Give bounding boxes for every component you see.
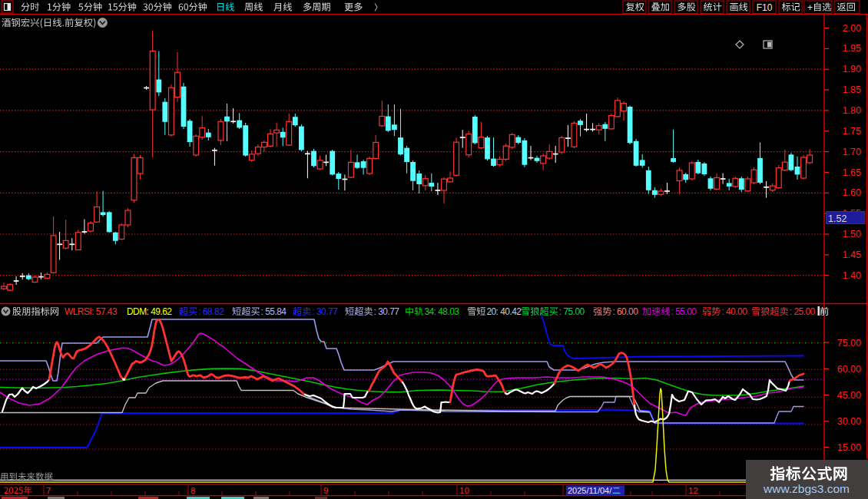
svg-text:8: 8 xyxy=(190,486,195,495)
svg-text:: 55.84: : 55.84 xyxy=(261,306,287,317)
svg-text:: 40.00: : 40.00 xyxy=(721,306,747,317)
svg-text:1.75: 1.75 xyxy=(843,126,861,137)
svg-text:2.00: 2.00 xyxy=(843,23,861,34)
svg-text:1.52: 1.52 xyxy=(828,213,846,224)
svg-text:: 75.00: : 75.00 xyxy=(559,306,585,317)
svg-text:www.zbgs3.com: www.zbgs3.com xyxy=(763,482,850,495)
svg-text:: 60.00: : 60.00 xyxy=(612,306,638,317)
svg-text:45.00: 45.00 xyxy=(837,390,861,401)
svg-text:: 55.00: : 55.00 xyxy=(671,306,697,317)
svg-text:10: 10 xyxy=(459,486,469,495)
svg-text:20: 40.42: 20: 40.42 xyxy=(486,306,522,317)
svg-text:1.50: 1.50 xyxy=(843,229,861,240)
svg-text:75.00: 75.00 xyxy=(837,338,861,349)
svg-text:1.65: 1.65 xyxy=(843,167,861,178)
svg-text:1.60: 1.60 xyxy=(843,187,861,198)
svg-text:: 30.77: : 30.77 xyxy=(312,306,338,317)
svg-text:30.00: 30.00 xyxy=(837,416,861,427)
svg-text:60.00: 60.00 xyxy=(837,364,861,375)
svg-text:1.40: 1.40 xyxy=(843,270,861,281)
svg-text:1.80: 1.80 xyxy=(843,105,861,116)
svg-text:1.45: 1.45 xyxy=(843,250,861,260)
svg-text:+: + xyxy=(807,2,813,13)
svg-text:F10: F10 xyxy=(757,2,773,13)
svg-text:: 25.00: : 25.00 xyxy=(790,306,816,317)
svg-text:15.00: 15.00 xyxy=(837,442,861,453)
svg-text:: 68.82: : 68.82 xyxy=(198,306,224,317)
svg-text:9: 9 xyxy=(323,486,328,495)
svg-text:WLRSI: 57.43: WLRSI: 57.43 xyxy=(65,306,118,317)
svg-text:1.70: 1.70 xyxy=(843,147,861,157)
svg-text:: 30.77: : 30.77 xyxy=(374,306,400,317)
svg-text:34: 48.03: 34: 48.03 xyxy=(424,306,459,317)
svg-text:DDM: 49.62: DDM: 49.62 xyxy=(127,306,172,317)
svg-text:1.95: 1.95 xyxy=(843,43,861,54)
svg-text:1.90: 1.90 xyxy=(843,64,861,74)
svg-text:12: 12 xyxy=(688,486,698,495)
svg-text:1.85: 1.85 xyxy=(843,84,861,95)
svg-text:7: 7 xyxy=(46,486,51,495)
svg-text:2025/11/04/: 2025/11/04/ xyxy=(568,486,612,495)
